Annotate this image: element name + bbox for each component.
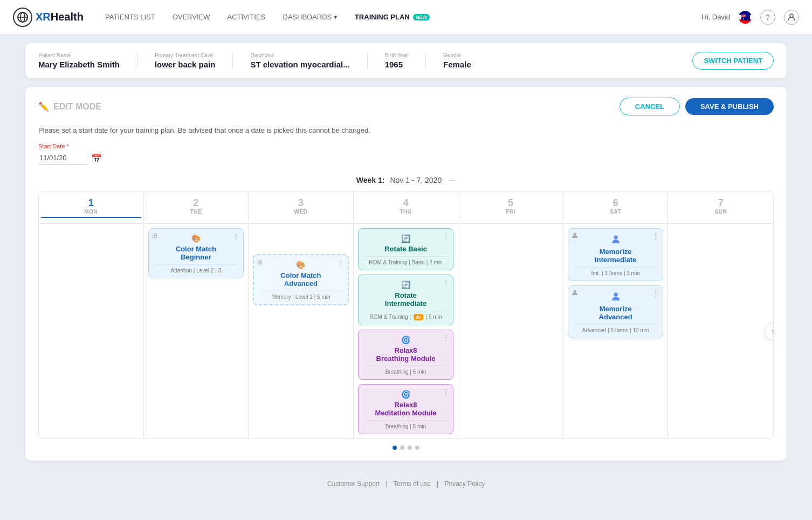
card-menu-icon[interactable]: ⋮ [652, 289, 659, 298]
day-name-sun: SUN [670, 209, 771, 215]
day-num-1: 1 [41, 197, 141, 209]
card-icon: 🌀 [364, 336, 448, 344]
day-col-thu: ⋮ 🔄 Rotate Basic ROM & Training | Basic … [354, 224, 459, 439]
day-header-tue: 2 TUE [144, 192, 249, 224]
day-header-sat: 6 SAT [563, 192, 669, 224]
switch-patient-button[interactable]: SWITCH PATIENT [692, 52, 774, 70]
card-title: Color MatchBeginner [154, 245, 238, 261]
nav-overview[interactable]: OVERVIEW [173, 13, 210, 21]
main-content: Patient Name Mary Elizabeth Smith Primar… [12, 35, 800, 469]
day-name-thu: THU [356, 209, 456, 215]
customer-support-link[interactable]: Customer Support [327, 480, 380, 488]
activity-color-match-advanced[interactable]: ⊞ ⋮ 🎨 Color MatchAdvanced Memory | Level… [253, 254, 349, 305]
start-date-input[interactable] [38, 152, 87, 165]
start-date-field: Start Date * 📅 [38, 143, 774, 165]
day-num-5: 5 [460, 197, 561, 209]
logo-icon [13, 8, 32, 27]
week-label: Week 1: [356, 176, 385, 184]
logo-health: Health [51, 11, 84, 23]
help-button[interactable]: ? [760, 10, 775, 25]
svg-point-4 [573, 233, 576, 236]
dot-3[interactable] [408, 446, 412, 450]
calendar-icon[interactable]: 📅 [91, 153, 102, 163]
nav-activities[interactable]: ACTIVITIES [227, 13, 265, 21]
card-icon: 🌀 [364, 390, 448, 399]
greeting-text: Hi, David [701, 13, 730, 21]
pagination-dots [38, 446, 774, 450]
patient-diagnosis-label: Diagnosis [250, 52, 349, 58]
day-num-4: 4 [356, 197, 456, 209]
card-meta: Breathing | 5 min [364, 420, 448, 429]
save-publish-button[interactable]: SAVE & PUBLISH [685, 98, 774, 115]
card-icon: 🎨 [154, 234, 238, 243]
nav-patients-list[interactable]: PATIENTS LIST [105, 13, 155, 21]
dot-2[interactable] [400, 446, 404, 450]
privacy-link[interactable]: Privacy Policy [445, 480, 485, 488]
card-title: Relax8Breathing Module [364, 346, 448, 362]
day-col-sat: ⋮ MemorizeIntermediate Imt. | 3 Items | … [563, 224, 669, 439]
patient-treatment-field: Primary Treatment Case lower back pain [155, 52, 233, 69]
day-header-fri: 5 FRI [458, 192, 563, 224]
card-menu-icon[interactable]: ⋮ [652, 232, 659, 241]
day-header-sun: 7 SUN [668, 192, 773, 224]
day-header-thu: 4 THU [354, 192, 459, 224]
svg-point-6 [573, 290, 576, 293]
badge-30: 30 [414, 314, 423, 320]
card-meta: Imt. | 3 Items | 3 min [574, 267, 658, 276]
card-menu-icon[interactable]: ⋮ [337, 258, 345, 267]
nav-dashboards[interactable]: DASHBOARDS ▾ [283, 13, 338, 21]
day-name-wed: WED [251, 209, 351, 215]
logo-xr: XR [36, 11, 51, 23]
day-header-mon: 1 MON [39, 192, 144, 224]
dot-4[interactable] [415, 446, 419, 450]
svg-point-7 [614, 293, 617, 297]
activity-rotate-intermediate[interactable]: ⋮ 🔄 RotateIntermediate ROM & Training | … [358, 275, 454, 325]
grid-icon: ⊞ [257, 258, 263, 266]
activity-relax8-meditation[interactable]: ⋮ 🌀 Relax8Meditation Module Breathing | … [358, 384, 454, 434]
day-name-fri: FRI [460, 209, 561, 215]
card-title: Rotate Basic [364, 245, 448, 253]
terms-link[interactable]: Terms of use [394, 480, 431, 488]
grid-icon: ⊞ [152, 232, 157, 240]
svg-point-3 [790, 14, 793, 17]
edit-panel: ✏️ EDIT MODE CANCEL SAVE & PUBLISH Pleas… [25, 87, 787, 461]
edit-header: ✏️ EDIT MODE CANCEL SAVE & PUBLISH [38, 98, 774, 115]
day-headers: 1 MON 2 TUE 3 WED 4 THU 5 F [39, 192, 773, 224]
nav-links: PATIENTS LIST OVERVIEW ACTIVITIES DASHBO… [105, 13, 701, 21]
patient-diagnosis-value: ST elevation myocardial... [250, 60, 349, 69]
card-meta: Advanced | 5 Items | 10 min [574, 324, 658, 333]
active-underline [41, 217, 141, 218]
day-num-3: 3 [251, 197, 351, 209]
activity-rotate-basic[interactable]: ⋮ 🔄 Rotate Basic ROM & Training | Basic … [358, 228, 454, 270]
patient-birth-label: Birth Year [385, 52, 408, 58]
card-menu-icon[interactable]: ⋮ [232, 232, 240, 241]
edit-mode-title: ✏️ EDIT MODE [38, 101, 620, 112]
day-col-wed: ⊞ ⋮ 🎨 Color MatchAdvanced Memory | Level… [249, 224, 354, 439]
card-meta: Attention | Level 2 | 3 [154, 264, 238, 273]
card-menu-icon[interactable]: ⋮ [442, 232, 450, 241]
card-title: Relax8Meditation Module [364, 401, 448, 417]
card-title: MemorizeIntermediate [574, 248, 658, 264]
patient-birth-value: 1965 [385, 60, 408, 69]
card-meta: ROM & Training | 30 | 5 min [364, 311, 448, 320]
day-num-2: 2 [146, 197, 246, 209]
calendar: 1 MON 2 TUE 3 WED 4 THU 5 F [38, 191, 774, 439]
activity-memorize-intermediate[interactable]: ⋮ MemorizeIntermediate Imt. | 3 Items | … [568, 228, 664, 281]
week-next-arrow[interactable]: → [447, 175, 456, 185]
card-menu-icon[interactable]: ⋮ [442, 333, 450, 342]
dot-1[interactable] [393, 446, 397, 450]
nav-right: Hi, David 🇦🇺 ? [701, 10, 799, 25]
week-range: Nov 1 - 7, 2020 [390, 176, 442, 184]
nav-training-plan[interactable]: TRAINING PLAN NEW [355, 13, 430, 21]
cancel-button[interactable]: CANCEL [620, 98, 680, 115]
card-icon: 🔄 [364, 280, 448, 289]
card-menu-icon[interactable]: ⋮ [442, 388, 450, 396]
profile-button[interactable] [784, 10, 799, 25]
day-header-wed: 3 WED [249, 192, 354, 224]
activity-color-match-beginner[interactable]: ⊞ ⋮ 🎨 Color MatchBeginner Attention | Le… [148, 228, 244, 278]
activity-relax8-breathing[interactable]: ⋮ 🌀 Relax8Breathing Module Breathing | 5… [358, 330, 454, 380]
activity-memorize-advanced[interactable]: ⋮ MemorizeAdvanced Advanced | 5 Items | … [568, 285, 664, 338]
app-logo: XRHealth [13, 8, 84, 27]
card-menu-icon[interactable]: ⋮ [442, 278, 450, 287]
footer: Customer Support | Terms of use | Privac… [0, 469, 812, 498]
